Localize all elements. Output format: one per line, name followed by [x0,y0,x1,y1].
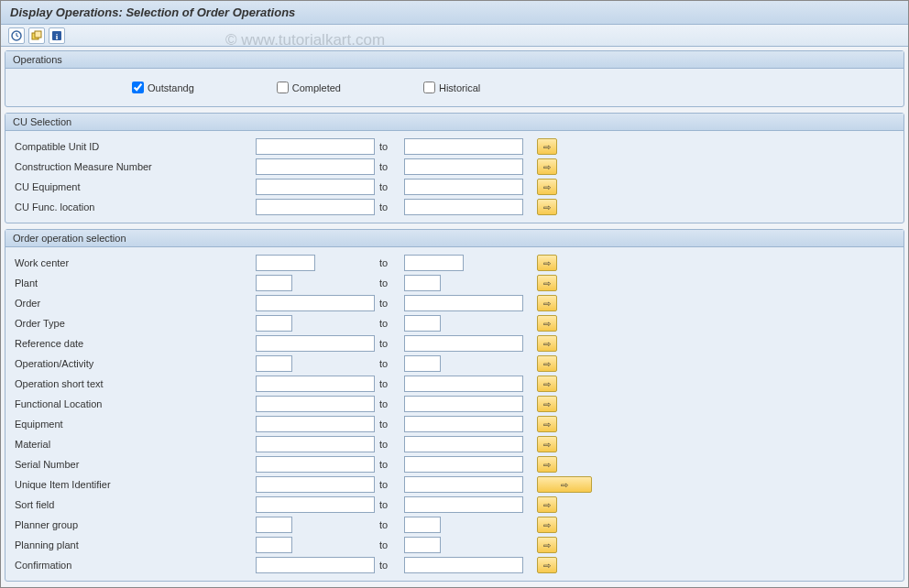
field-label: Equipment [13,419,256,430]
to-label: to [379,298,402,309]
to-field[interactable] [404,517,441,533]
to-field[interactable] [404,335,523,352]
multiple-selection-button[interactable]: ⇨ [537,517,557,533]
selection-row: Materialto⇨ [13,434,896,454]
field-label: CU Equipment [13,181,256,192]
multiple-selection-button[interactable]: ⇨ [537,315,557,332]
selection-row: Operation/Activityto⇨ [13,354,896,374]
from-field[interactable] [256,275,292,291]
to-label: to [379,141,402,152]
checkbox-outstandg[interactable]: Outstandg [132,82,194,93]
checkbox-input[interactable] [277,82,289,93]
selection-row: Construction Measure Numberto⇨ [13,157,896,177]
title-bar: Display Operations: Selection of Order O… [1,1,908,25]
checkbox-completed[interactable]: Completed [277,82,341,93]
from-field[interactable] [256,355,292,372]
arrow-right-icon: ⇨ [543,319,551,329]
from-field[interactable] [256,335,375,352]
multiple-selection-button[interactable]: ⇨ [537,158,557,175]
to-label: to [379,539,402,550]
page-title: Display Operations: Selection of Order O… [10,5,295,19]
to-field[interactable] [404,557,523,573]
from-field[interactable] [256,315,292,332]
checkbox-input[interactable] [132,82,144,93]
multiple-selection-button[interactable]: ⇨ [537,199,557,215]
multiple-selection-button[interactable]: ⇨ [537,335,557,352]
to-field[interactable] [404,396,523,412]
to-field[interactable] [404,496,523,513]
multiple-selection-button[interactable]: ⇨ [537,416,557,432]
multiple-selection-button[interactable]: ⇨ [537,396,557,412]
arrow-right-icon: ⇨ [543,142,551,152]
to-label: to [379,378,402,389]
checkbox-label: Completed [292,82,341,93]
to-field[interactable] [404,179,523,195]
selection-row: Equipmentto⇨ [13,414,896,434]
to-field[interactable] [404,158,523,175]
to-field[interactable] [404,416,523,432]
from-field[interactable] [256,376,375,392]
multiple-selection-button[interactable]: ⇨ [537,537,557,553]
from-field[interactable] [256,255,315,271]
from-field[interactable] [256,476,375,493]
multiple-selection-button[interactable]: ⇨ [537,295,557,311]
arrow-right-icon: ⇨ [543,202,551,212]
to-field[interactable] [404,255,464,271]
arrow-col: ⇨ [537,436,557,452]
from-field[interactable] [256,158,375,175]
execute-button[interactable] [8,27,25,44]
to-field[interactable] [404,199,523,215]
from-field[interactable] [256,436,375,452]
selection-row: Sort fieldto⇨ [13,495,896,515]
multiple-selection-button[interactable]: ⇨ [537,138,557,155]
from-field[interactable] [256,517,292,533]
get-variant-button[interactable] [28,27,45,44]
multiple-selection-button[interactable]: ⇨ [537,476,592,493]
info-button[interactable]: i [49,27,65,44]
from-field[interactable] [256,537,292,553]
to-field[interactable] [404,476,523,493]
checkbox-input[interactable] [423,82,435,93]
to-field[interactable] [404,537,441,553]
field-label: Planner group [13,519,256,530]
to-field[interactable] [404,315,441,332]
to-field[interactable] [404,295,523,311]
multiple-selection-button[interactable]: ⇨ [537,436,557,452]
multiple-selection-button[interactable]: ⇨ [537,255,557,271]
multiple-selection-button[interactable]: ⇨ [537,557,557,573]
arrow-right-icon: ⇨ [543,379,551,389]
from-field[interactable] [256,496,375,513]
svg-line-2 [16,36,18,37]
from-field[interactable] [256,179,375,195]
from-field[interactable] [256,557,375,573]
field-label: Compatible Unit ID [13,141,256,152]
from-field[interactable] [256,295,375,311]
to-label: to [379,278,402,289]
to-field[interactable] [404,138,523,155]
from-field[interactable] [256,456,375,473]
field-label: Unique Item Identifier [13,479,256,490]
arrow-col: ⇨ [537,355,557,372]
multiple-selection-button[interactable]: ⇨ [537,179,557,195]
from-field[interactable] [256,416,375,432]
to-field[interactable] [404,456,523,473]
from-field[interactable] [256,199,375,215]
checkbox-historical[interactable]: Historical [423,82,480,93]
to-label: to [379,459,402,470]
to-field[interactable] [404,376,523,392]
to-field[interactable] [404,275,441,291]
multiple-selection-button[interactable]: ⇨ [537,275,557,291]
arrow-right-icon: ⇨ [543,182,551,192]
multiple-selection-button[interactable]: ⇨ [537,355,557,372]
info-icon: i [51,30,62,41]
to-label: to [379,318,402,329]
multiple-selection-button[interactable]: ⇨ [537,496,557,513]
group-order-op: Order operation selection Work centerto⇨… [5,229,904,582]
multiple-selection-button[interactable]: ⇨ [537,376,557,392]
multiple-selection-button[interactable]: ⇨ [537,456,557,473]
to-field[interactable] [404,355,441,372]
to-field[interactable] [404,436,523,452]
group-operations: Operations OutstandgCompletedHistorical [5,50,904,107]
from-field[interactable] [256,396,375,412]
from-field[interactable] [256,138,375,155]
